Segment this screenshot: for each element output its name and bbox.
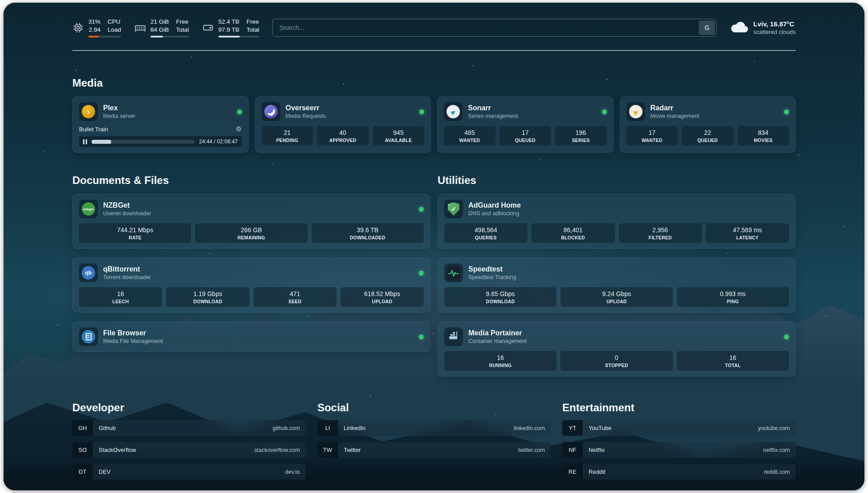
memory-progress-fill [150, 36, 163, 38]
app-name: qBittorrent [103, 265, 151, 273]
app-name: Media Portainer [468, 329, 527, 337]
stat-blocked: 86,401 BLOCKED [531, 223, 614, 243]
stat-rate: 744.21 Mbps RATE [79, 223, 191, 243]
bookmark-abbr: TW [317, 442, 338, 458]
app-card-adguard[interactable]: ✓ AdGuard Home DNS and adblocking 498,56… [438, 194, 796, 249]
pause-icon[interactable] [83, 139, 87, 144]
app-subtitle: Container management [468, 338, 527, 344]
nzbget-icon: nzbget [79, 200, 98, 218]
hard-drive-icon [202, 22, 214, 33]
bookmark-twitter[interactable]: TW Twitter twitter.com [317, 442, 551, 458]
app-card-portainer[interactable]: Media Portainer Container management 16 … [438, 322, 796, 376]
qbittorrent-icon: qb [79, 263, 98, 282]
section-title-developer: Developer [72, 401, 306, 414]
app-card-speedtest[interactable]: Speedtest Speedtest Tracking 9.65 Gbps D… [438, 258, 796, 313]
stat-download: 9.65 Gbps DOWNLOAD [444, 287, 556, 307]
disk-progress-fill [218, 36, 240, 38]
app-card-nzbget[interactable]: nzbget NZBGet Usenet downloader 744.21 M… [72, 194, 430, 249]
stat-leech: 16 LEECH [79, 287, 162, 307]
stat-wanted: 17 WANTED [626, 126, 678, 146]
bookmark-abbr: LI [317, 420, 338, 436]
bookmark-name: LinkedIn [338, 425, 366, 431]
cpu-percent: 31% [88, 18, 100, 26]
stat-remaining: 266 GB REMAINING [195, 223, 307, 243]
bookmark-abbr: GH [72, 420, 93, 436]
playback-progress-fill [92, 140, 111, 144]
app-subtitle: DNS and adblocking [468, 210, 521, 217]
sonarr-icon: ▶ [444, 102, 463, 121]
app-card-overseerr[interactable]: Overseerr Media Requests 21 PENDING 40 A… [255, 96, 431, 153]
cpu-label: CPU [108, 18, 121, 26]
app-name: Speedtest [468, 265, 516, 273]
section-title-utilities: Utilities [438, 174, 796, 187]
stat-movies: 834 MOVIES [738, 126, 789, 146]
bookmark-stackoverflow[interactable]: SO StackOverflow stackoverflow.com [72, 442, 306, 458]
search-engine-button[interactable]: G [699, 21, 715, 35]
app-name: Overseerr [286, 104, 326, 112]
memory-total-label: Total [176, 26, 189, 34]
bookmark-dev[interactable]: DT DEV dev.to [72, 464, 306, 480]
app-subtitle: Media Requests [286, 113, 326, 119]
cpu-widget: 31% 2.94 CPU Load [72, 18, 121, 38]
bookmark-name: DEV [93, 468, 111, 475]
plex-icon: › [79, 102, 98, 121]
cloud-icon [730, 21, 748, 35]
status-dot-online [419, 207, 424, 212]
bookmark-name: Twitter [338, 447, 361, 453]
cpu-load-value: 2.94 [89, 26, 100, 34]
app-card-sonarr[interactable]: ▶ Sonarr Series management 485 WANTED [437, 96, 613, 153]
bookmark-url: reddit.com [764, 469, 796, 475]
stat-series: 196 SERIES [555, 126, 607, 146]
search-input[interactable] [272, 19, 717, 37]
section-title-documents: Documents & Files [72, 174, 430, 187]
section-title-media: Media [72, 77, 796, 89]
bookmark-github[interactable]: GH Github github.com [72, 420, 306, 436]
bookmark-netflix[interactable]: NF Netflix netflix.com [562, 442, 796, 458]
stat-running: 16 RUNNING [444, 351, 556, 371]
disk-total-label: Total [246, 26, 259, 34]
app-subtitle: Movie management [651, 113, 700, 119]
overseerr-icon [262, 102, 280, 121]
app-name: File Browser [103, 329, 163, 337]
memory-free-label: Free [176, 18, 189, 26]
bookmark-youtube[interactable]: YT YouTube youtube.com [562, 420, 796, 436]
stat-latency: 47.569 ms LATENCY [706, 223, 789, 243]
bookmark-url: dev.to [285, 469, 306, 475]
stat-stopped: 0 STOPPED [560, 351, 672, 371]
memory-total-value: 64 GiB [150, 26, 169, 34]
app-card-filebrowser[interactable]: File Browser Media File Management [72, 322, 430, 352]
bookmark-abbr: DT [72, 464, 93, 480]
stat-queued: 17 QUEUED [500, 126, 551, 146]
app-card-plex[interactable]: › Plex Media server Bullet Train ⚙ [72, 96, 249, 153]
bookmark-url: twitter.com [518, 447, 551, 453]
filebrowser-icon [79, 327, 98, 346]
bookmark-url: netflix.com [763, 447, 796, 453]
stat-approved: 40 APPROVED [317, 126, 369, 146]
disk-widget: 52.4 TB 97.9 TB Free Total [202, 18, 259, 38]
stat-pending: 21 PENDING [262, 126, 313, 146]
section-title-social: Social [317, 401, 551, 414]
header-divider [72, 50, 796, 51]
stat-wanted: 485 WANTED [444, 126, 496, 146]
memory-widget: 21 GiB 64 GiB Free Total [134, 18, 189, 38]
stat-filtered: 2,956 FILTERED [619, 223, 702, 243]
settings-gear-icon[interactable]: ⚙ [236, 125, 242, 133]
status-dot-online [237, 109, 242, 114]
stat-ping: 0.993 ms PING [677, 287, 789, 307]
speedtest-icon [444, 263, 463, 282]
bookmark-reddit[interactable]: RE Reddit reddit.com [562, 464, 796, 480]
app-subtitle: Media server [103, 113, 135, 119]
status-dot-online [602, 109, 607, 114]
app-name: Sonarr [468, 104, 518, 112]
portainer-icon [444, 327, 463, 346]
bookmark-name: Github [93, 425, 116, 431]
app-card-radarr[interactable]: ▶ Radarr Movie management 17 WANTED [620, 96, 796, 153]
bookmark-name: Reddit [583, 468, 605, 475]
bookmark-linkedin[interactable]: LI LinkedIn linkedin.com [317, 420, 551, 436]
status-dot-online [419, 334, 424, 339]
bookmark-abbr: RE [562, 464, 583, 480]
status-dot-online [419, 109, 424, 114]
app-card-qbittorrent[interactable]: qb qBittorrent Torrent downloader 16 LEE… [72, 258, 430, 313]
cpu-progress-bar [88, 36, 121, 38]
playback-progress-track[interactable] [92, 140, 195, 144]
